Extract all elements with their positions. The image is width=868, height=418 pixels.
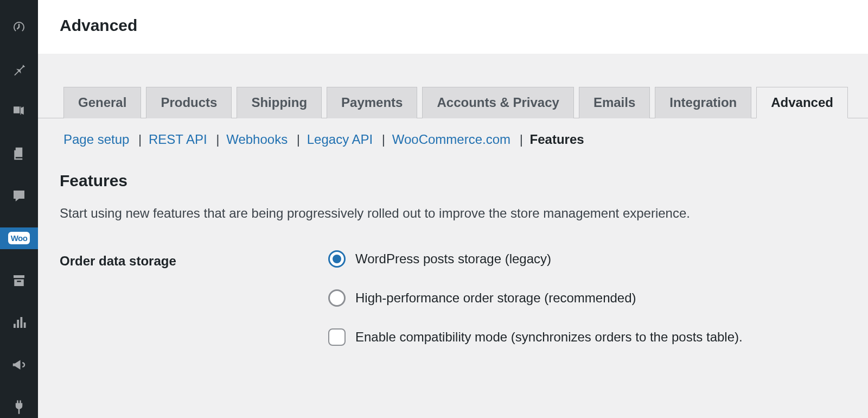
subnav-legacy-api[interactable]: Legacy API xyxy=(307,132,373,147)
bars-icon xyxy=(11,314,27,331)
sidebar-item-dashboard[interactable] xyxy=(0,16,38,38)
pages-icon xyxy=(11,145,27,162)
radio-icon xyxy=(328,289,346,307)
tab-emails[interactable]: Emails xyxy=(579,87,650,118)
features-section: Features Start using new features that a… xyxy=(38,150,868,346)
option-wp-posts-storage[interactable]: WordPress posts storage (legacy) xyxy=(328,250,743,268)
tab-payments[interactable]: Payments xyxy=(327,87,417,118)
sidebar-item-media[interactable] xyxy=(0,101,38,123)
sidebar-item-analytics[interactable] xyxy=(0,312,38,334)
comment-icon xyxy=(11,188,27,204)
advanced-subnav: Page setup | REST API | Webhooks | Legac… xyxy=(38,118,868,150)
admin-sidebar: Woo xyxy=(0,0,38,418)
sidebar-item-posts[interactable] xyxy=(0,59,38,80)
content-area: General Products Shipping Payments Accou… xyxy=(38,54,868,346)
subnav-webhooks[interactable]: Webhooks xyxy=(226,132,288,147)
option-compatibility-mode[interactable]: Enable compatibility mode (synchronizes … xyxy=(328,328,743,346)
checkbox-icon xyxy=(328,328,346,346)
radio-icon xyxy=(328,250,346,268)
media-icon xyxy=(11,103,27,119)
option-hpos[interactable]: High-performance order storage (recommen… xyxy=(328,289,743,307)
section-description: Start using new features that are being … xyxy=(60,204,846,223)
page-title: Advanced xyxy=(60,16,846,35)
subnav-woocommerce-com[interactable]: WooCommerce.com xyxy=(392,132,510,147)
woo-icon: Woo xyxy=(8,232,30,244)
tab-advanced[interactable]: Advanced xyxy=(756,87,848,118)
main-content: Advanced General Products Shipping Payme… xyxy=(38,0,868,418)
subnav-rest-api[interactable]: REST API xyxy=(149,132,207,147)
sidebar-item-comments[interactable] xyxy=(0,185,38,207)
storage-options: WordPress posts storage (legacy) High-pe… xyxy=(328,250,743,346)
pin-icon xyxy=(11,61,27,78)
archive-icon xyxy=(11,273,27,289)
sidebar-item-plugins[interactable] xyxy=(0,396,38,418)
page-header: Advanced xyxy=(38,0,868,54)
sidebar-item-marketing[interactable] xyxy=(0,354,38,376)
sidebar-item-products[interactable] xyxy=(0,270,38,292)
tab-general[interactable]: General xyxy=(63,87,141,118)
settings-tabs: General Products Shipping Payments Accou… xyxy=(38,54,868,118)
sidebar-item-woocommerce[interactable]: Woo xyxy=(0,227,38,249)
section-title: Features xyxy=(60,172,846,190)
megaphone-icon xyxy=(11,357,27,373)
tab-shipping[interactable]: Shipping xyxy=(237,87,322,118)
gauge-icon xyxy=(11,19,27,35)
tab-integration[interactable]: Integration xyxy=(655,87,751,118)
field-label: Order data storage xyxy=(60,250,328,269)
subnav-features[interactable]: Features xyxy=(530,132,584,147)
subnav-page-setup[interactable]: Page setup xyxy=(63,132,129,147)
sidebar-item-pages[interactable] xyxy=(0,143,38,164)
tab-products[interactable]: Products xyxy=(146,87,232,118)
tab-accounts-privacy[interactable]: Accounts & Privacy xyxy=(422,87,573,118)
order-data-storage-row: Order data storage WordPress posts stora… xyxy=(60,250,846,346)
plug-icon xyxy=(11,399,27,415)
